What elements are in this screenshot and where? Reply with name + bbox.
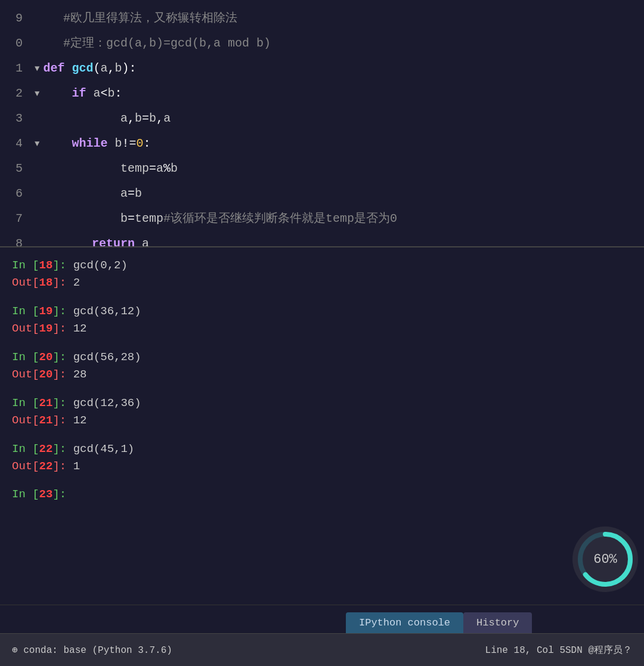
console-in-20: In [20]: gcd(56,28) (12, 349, 632, 366)
console-entry-19: In [19]: gcd(36,12) Out[19]: 12 (12, 303, 632, 338)
code-line-2: 2 ▼ if a<b: (0, 81, 644, 106)
console-in-23: In [23]: (12, 486, 632, 503)
code-editor: 9 #欧几里得算法，又称辗转相除法 0 #定理：gcd(a,b)=gcd(b,a… (0, 0, 644, 247)
console-out-20: Out[20]: 28 (12, 366, 632, 383)
console-out-19: Out[19]: 12 (12, 320, 632, 337)
code-line-0: 0 #定理：gcd(a,b)=gcd(b,a mod b) (0, 31, 644, 56)
tab-ipython-label: IPython console (359, 617, 450, 628)
code-btemp: b=temp#该循环是否继续判断条件就是temp是否为0 (35, 206, 397, 231)
code-line-9: 9 #欧几里得算法，又称辗转相除法 (0, 6, 644, 31)
console-out-18: Out[18]: 2 (12, 274, 632, 292)
console-entry-21: In [21]: gcd(12,36) Out[21]: 12 (12, 395, 632, 430)
tab-bar: IPython console History (0, 605, 644, 633)
console-entry-22: In [22]: gcd(45,1) Out[22]: 1 (12, 441, 632, 476)
status-bar: ⊕ conda: base (Python 3.7.6) Line 18, Co… (0, 633, 644, 666)
svg-text:60%: 60% (593, 552, 617, 567)
console-in-21: In [21]: gcd(12,36) (12, 395, 632, 412)
console-out-22: Out[22]: 1 (12, 458, 632, 475)
console-panel: In [18]: gcd(0,2) Out[18]: 2 In [19]: gc… (0, 247, 644, 640)
console-entry-23: In [23]: (12, 486, 632, 503)
tab-history-label: History (476, 617, 519, 628)
console-entry-18: In [18]: gcd(0,2) Out[18]: 2 (12, 257, 632, 292)
status-suffix: SDN @程序员？ (565, 645, 632, 656)
code-line-3: 3 a,b=b,a (0, 106, 644, 131)
tab-ipython-console[interactable]: IPython console (346, 612, 463, 633)
line-number: 9 (5, 6, 23, 31)
code-def: def gcd(a,b): (43, 56, 136, 81)
line-number: 4 (5, 131, 23, 156)
tab-history[interactable]: History (463, 612, 532, 633)
status-line-col: Line 18, Col 5 (485, 645, 565, 656)
line-number: 7 (5, 206, 23, 231)
fold-arrow[interactable]: ▼ (35, 131, 39, 156)
comment-line-0: #定理：gcd(a,b)=gcd(b,a mod b) (35, 31, 271, 56)
line-number: 1 (5, 56, 23, 81)
code-line-4: 4 ▼ while b!=0: (0, 131, 644, 156)
console-out-21: Out[21]: 12 (12, 412, 632, 429)
progress-circle: 60% (572, 526, 644, 598)
code-line-8: 8 return a (0, 231, 644, 247)
line-number: 2 (5, 81, 23, 106)
progress-label: 60% (593, 552, 617, 567)
code-return: return a (35, 231, 149, 247)
code-ab: a=b (35, 181, 142, 206)
code-while: while b!=0: (43, 131, 150, 156)
comment-line-9: #欧几里得算法，又称辗转相除法 (35, 6, 237, 31)
code-temp: temp=a%b (35, 156, 178, 181)
status-left: ⊕ conda: base (Python 3.7.6) (12, 644, 172, 656)
console-in-19: In [19]: gcd(36,12) (12, 303, 632, 320)
console-in-22: In [22]: gcd(45,1) (12, 441, 632, 458)
console-entry-20: In [20]: gcd(56,28) Out[20]: 28 (12, 349, 632, 384)
line-number: 0 (5, 31, 23, 56)
status-right: Line 18, Col 5SDN @程序员？ (485, 644, 632, 656)
line-number: 3 (5, 106, 23, 131)
code-line-7: 7 b=temp#该循环是否继续判断条件就是temp是否为0 (0, 206, 644, 231)
code-line-5: 5 temp=a%b (0, 156, 644, 181)
code-line-1: 1 ▼ def gcd(a,b): (0, 56, 644, 81)
line-number: 5 (5, 156, 23, 181)
code-if: if a<b: (43, 81, 122, 106)
code-line-6: 6 a=b (0, 181, 644, 206)
line-number: 8 (5, 231, 23, 247)
code-assign: a,b=b,a (35, 106, 171, 131)
line-number: 6 (5, 181, 23, 206)
console-in-18: In [18]: gcd(0,2) (12, 257, 632, 274)
fold-arrow[interactable]: ▼ (35, 81, 39, 106)
fold-arrow[interactable]: ▼ (35, 56, 39, 81)
